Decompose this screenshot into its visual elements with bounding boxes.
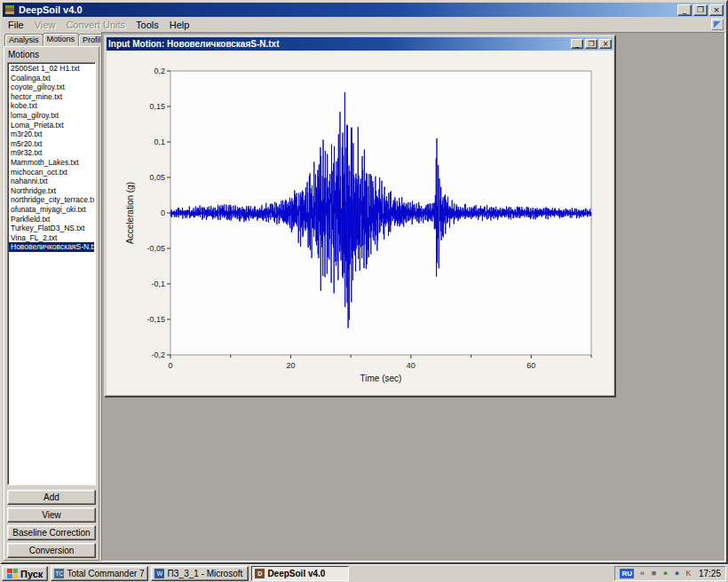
svg-text:0: 0 xyxy=(161,208,165,217)
menu-item-help[interactable]: Help xyxy=(164,19,195,31)
motions-panel: Motions 2500Set 1_02 H1.txtCoalinga.txtc… xyxy=(4,46,99,561)
svg-text:60: 60 xyxy=(526,361,535,370)
motion-file-item[interactable]: ofunata_miyagi_oki.txt xyxy=(9,205,94,215)
tray-icon[interactable]: ● xyxy=(661,569,670,578)
task-buttons: TCTotal Commander 7.50 - ...WПЗ_3_1 - Mi… xyxy=(51,566,349,581)
add-button[interactable]: Add xyxy=(7,490,96,505)
motion-file-item[interactable]: coyote_gilroy.txt xyxy=(9,83,94,92)
svg-text:-0,2: -0,2 xyxy=(151,350,165,359)
svg-text:40: 40 xyxy=(407,361,415,370)
motion-file-list[interactable]: 2500Set 1_02 H1.txtCoalinga.txtcoyote_gi… xyxy=(7,62,96,485)
motion-file-item[interactable]: m5r20.txt xyxy=(9,139,94,149)
taskbar-task[interactable]: WПЗ_3_1 - Microsoft Word xyxy=(151,566,249,581)
svg-text:-0,1: -0,1 xyxy=(151,279,165,288)
child-title-bar: Input Motion: НововеличковскаяS-N.txt _ … xyxy=(107,37,613,51)
task-icon: W xyxy=(154,569,164,578)
taskbar: Пуск TCTotal Commander 7.50 - ...WПЗ_3_1… xyxy=(0,564,728,582)
taskbar-task[interactable]: DDeepSoil v4.0 xyxy=(251,566,349,581)
tray-icon[interactable]: ● xyxy=(672,569,682,578)
menu-item-convert-units: Convert Units xyxy=(60,19,131,31)
start-button[interactable]: Пуск xyxy=(2,566,48,581)
tray-icon[interactable]: « xyxy=(637,569,647,578)
menu-corner-icon[interactable] xyxy=(711,19,724,30)
baseline-correction-button[interactable]: Baseline Correction xyxy=(7,525,96,540)
menu-bar: FileViewConvert UnitsToolsHelp xyxy=(2,17,726,32)
tray-icon[interactable]: ■ xyxy=(649,569,659,578)
svg-text:Time (sec): Time (sec) xyxy=(360,374,402,383)
tab-motions[interactable]: Motions xyxy=(43,33,80,46)
close-icon[interactable]: × xyxy=(709,4,724,16)
task-icon: TC xyxy=(54,569,64,578)
motion-file-item[interactable]: nahanni.txt xyxy=(9,177,94,186)
svg-text:0,15: 0,15 xyxy=(149,102,165,111)
svg-text:0,05: 0,05 xyxy=(149,173,165,182)
tray-icons: «■●●K xyxy=(637,569,693,578)
motion-file-item[interactable]: Vina_FL_2.txt xyxy=(9,233,94,243)
system-tray: RU «■●●K 17:25 xyxy=(614,566,726,581)
motion-chart: -0,2-0,15-0,1-0,0500,050,10,150,20204060… xyxy=(107,51,613,393)
motion-file-item[interactable]: 2500Set 1_02 H1.txt xyxy=(9,64,94,74)
motion-file-item[interactable]: m3r20.txt xyxy=(9,130,94,139)
motion-file-item[interactable]: michocan_oct.txt xyxy=(9,168,94,177)
mdi-area: Input Motion: НововеличковскаяS-N.txt _ … xyxy=(101,32,725,562)
svg-text:Acceleration (g): Acceleration (g) xyxy=(125,182,135,244)
svg-text:-0,15: -0,15 xyxy=(146,315,165,324)
task-label: Total Commander 7.50 - ... xyxy=(67,569,145,578)
language-indicator[interactable]: RU xyxy=(620,569,634,578)
window-title: DeepSoil v4.0 xyxy=(19,4,674,16)
tab-strip: AnalysisMotionsProfiles xyxy=(4,32,99,46)
child-window-controls: _ ❐ × xyxy=(571,39,612,49)
view-button[interactable]: View xyxy=(7,507,96,523)
taskbar-task[interactable]: TCTotal Commander 7.50 - ... xyxy=(51,566,148,581)
menu-item-tools[interactable]: Tools xyxy=(131,19,164,31)
svg-text:20: 20 xyxy=(286,361,295,370)
child-window-title: Input Motion: НововеличковскаяS-N.txt xyxy=(108,38,569,50)
tab-analysis[interactable]: Analysis xyxy=(4,34,44,46)
left-column: AnalysisMotionsProfiles Motions 2500Set … xyxy=(2,32,101,562)
taskbar-clock: 17:25 xyxy=(697,569,721,578)
chart-area: -0,2-0,15-0,1-0,0500,050,10,150,20204060… xyxy=(107,51,613,395)
panel-caption: Motions xyxy=(8,50,95,59)
windows-flag-icon xyxy=(7,569,18,578)
motion-file-item[interactable]: m9r32.txt xyxy=(9,148,94,158)
input-motion-window: Input Motion: НововеличковскаяS-N.txt _ … xyxy=(104,35,616,397)
motion-file-item[interactable]: Coalinga.txt xyxy=(9,74,94,83)
motion-file-item[interactable]: kobe.txt xyxy=(9,101,94,111)
child-maximize-icon[interactable]: ❐ xyxy=(585,39,597,49)
menu-item-file[interactable]: File xyxy=(3,19,29,31)
task-label: ПЗ_3_1 - Microsoft Word xyxy=(167,569,245,578)
task-label: DeepSoil v4.0 xyxy=(267,569,325,578)
svg-text:0,2: 0,2 xyxy=(154,67,165,75)
motion-file-item[interactable]: Loma_Prieta.txt xyxy=(9,121,94,130)
conversion-button[interactable]: Conversion xyxy=(7,543,96,558)
child-minimize-icon[interactable]: _ xyxy=(571,39,583,49)
svg-text:0,1: 0,1 xyxy=(154,138,165,146)
menu-bar-items: FileViewConvert UnitsToolsHelp xyxy=(3,19,194,31)
panel-buttons: AddViewBaseline CorrectionConversion xyxy=(7,490,96,558)
motion-file-item[interactable]: hector_mine.txt xyxy=(9,92,94,102)
window-controls: _ ❐ × xyxy=(677,4,724,16)
start-label: Пуск xyxy=(20,569,43,579)
tray-icon[interactable]: K xyxy=(684,569,693,578)
client-area: AnalysisMotionsProfiles Motions 2500Set … xyxy=(2,32,726,562)
svg-text:-0,05: -0,05 xyxy=(146,244,165,253)
maximize-icon[interactable]: ❐ xyxy=(693,4,708,16)
motion-file-item[interactable]: Turkey_FlatD3_NS.txt xyxy=(9,224,94,233)
minimize-icon[interactable]: _ xyxy=(677,4,692,16)
child-close-icon[interactable]: × xyxy=(599,39,612,49)
motion-file-item[interactable]: northridge_city_terrace.txt xyxy=(9,195,94,205)
motion-file-item[interactable]: Mammoth_Lakes.txt xyxy=(9,158,94,168)
menu-item-view: View xyxy=(29,19,61,31)
motion-file-item[interactable]: НововеличковскаяS-N.txt xyxy=(9,242,94,252)
svg-text:0: 0 xyxy=(168,361,172,370)
deepsoil-window: DeepSoil v4.0 _ ❐ × FileViewConvert Unit… xyxy=(0,0,728,564)
motion-file-item[interactable]: loma_gilroy.txt xyxy=(9,111,94,121)
app-icon xyxy=(4,4,15,15)
motion-file-item[interactable]: Northridge.txt xyxy=(9,186,94,196)
title-bar: DeepSoil v4.0 _ ❐ × xyxy=(3,3,725,17)
motion-file-item[interactable]: Parkfield.txt xyxy=(9,215,94,224)
task-icon: D xyxy=(255,569,265,578)
